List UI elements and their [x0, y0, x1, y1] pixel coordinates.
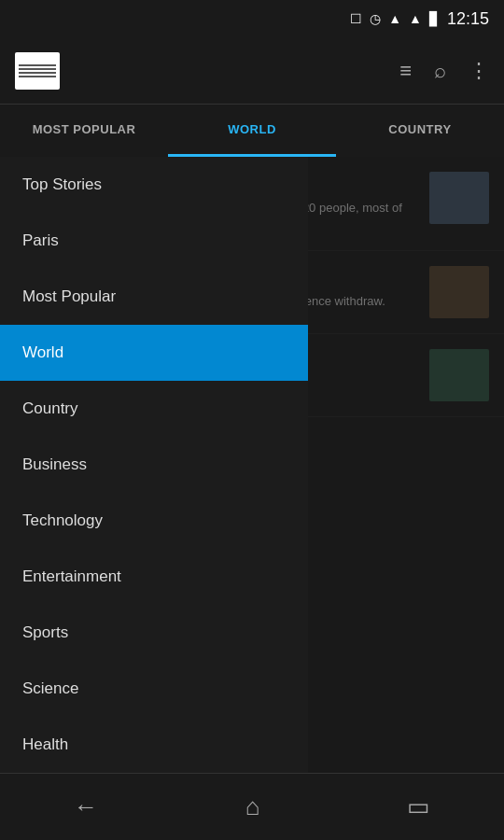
drawer-item-health[interactable]: Health [0, 717, 308, 773]
status-time: 12:15 [447, 9, 489, 29]
tabs-bar: MOST POPULAR WORLD COUNTRY [0, 105, 504, 157]
drawer-item-country[interactable]: Country [0, 381, 308, 437]
recent-button[interactable]: ▭ [385, 781, 453, 833]
wifi-icon: ▲ [388, 11, 401, 26]
back-button[interactable]: ← [51, 781, 120, 833]
status-bar: ☐ ◷ ▲ ▲ ▊ 12:15 [0, 0, 504, 37]
drawer-item-technology[interactable]: Technology [0, 493, 308, 549]
bottom-navigation: ← ⌂ ▭ [0, 773, 504, 840]
list-icon[interactable]: ≡ [399, 59, 412, 83]
app-toolbar: ≡ ⌕ ⋮ [0, 37, 504, 105]
more-icon[interactable]: ⋮ [469, 59, 489, 83]
signal-icon: ▲ [409, 11, 422, 26]
tab-most-popular[interactable]: MOST POPULAR [0, 105, 168, 157]
sim-icon: ☐ [350, 11, 362, 26]
tab-world[interactable]: WORLD [168, 105, 336, 157]
logo-image [15, 52, 60, 90]
drawer-item-business[interactable]: Business [0, 437, 308, 493]
drawer-item-paris[interactable]: Paris [0, 213, 308, 269]
app-logo [15, 52, 60, 90]
alarm-icon: ◷ [370, 11, 381, 26]
home-button[interactable]: ⌂ [223, 781, 283, 833]
navigation-drawer: Top Stories Paris Most Popular World Cou… [0, 157, 308, 773]
main-area: ...in NW by the Taliban security forces … [0, 157, 504, 773]
drawer-item-entertainment[interactable]: Entertainment [0, 549, 308, 605]
drawer-item-most-popular[interactable]: Most Popular [0, 269, 308, 325]
battery-icon: ▊ [429, 11, 440, 26]
drawer-item-sports[interactable]: Sports [0, 605, 308, 661]
search-icon[interactable]: ⌕ [434, 59, 446, 83]
status-icons: ☐ ◷ ▲ ▲ ▊ 12:15 [350, 9, 489, 29]
drawer-item-science[interactable]: Science [0, 661, 308, 717]
drawer-item-world[interactable]: World [0, 325, 308, 381]
tab-country[interactable]: COUNTRY [336, 105, 504, 157]
drawer-item-top-stories[interactable]: Top Stories [0, 157, 308, 213]
toolbar-actions: ≡ ⌕ ⋮ [399, 59, 489, 83]
